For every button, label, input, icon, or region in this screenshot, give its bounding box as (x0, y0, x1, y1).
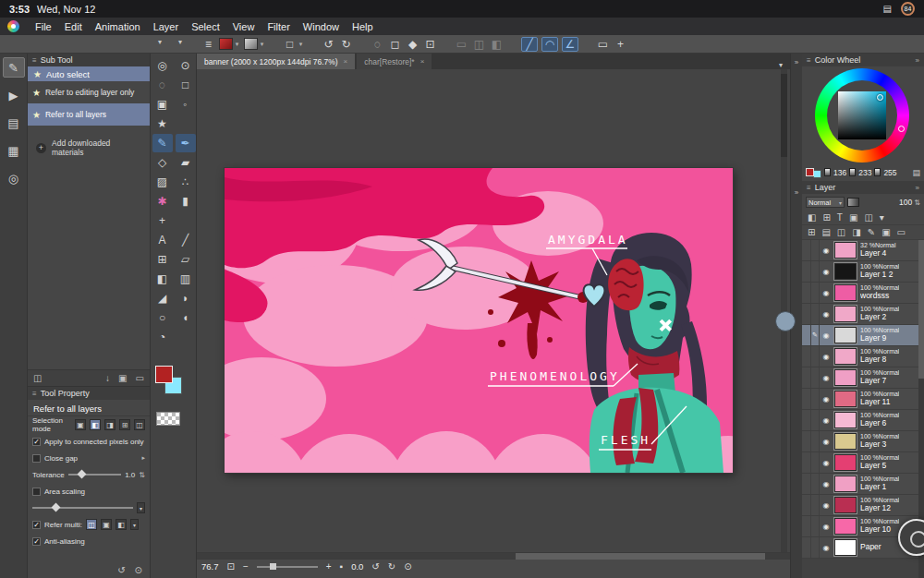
zoom-value[interactable]: 76.7 (201, 561, 219, 572)
green-slider-icon[interactable] (849, 168, 856, 176)
subtract-selection-icon[interactable]: ◨ (104, 419, 116, 430)
panel-menu-icon[interactable]: ≡ (32, 390, 37, 398)
sv-cursor[interactable] (877, 94, 883, 101)
layer-thumbnail[interactable] (834, 242, 857, 259)
reset-settings-icon[interactable]: ↺ (117, 565, 125, 575)
menu-item[interactable]: Select (185, 18, 226, 35)
text-tool[interactable]: A (152, 231, 173, 249)
subtool-item[interactable]: ★ Refer to editing layer only (28, 81, 150, 103)
canvas-caret-icon[interactable]: ▾ (298, 37, 304, 52)
pen-tool[interactable]: ✎ (152, 134, 173, 152)
layer-thumbnail[interactable] (834, 306, 857, 322)
gradient-tool[interactable]: ▥ (176, 270, 196, 288)
brush-tool[interactable]: ▮ (176, 192, 196, 211)
layer-row[interactable]: 100 %Normal Layer 5 (802, 452, 924, 474)
redo-icon[interactable]: ↻ (339, 37, 353, 52)
layer-row[interactable]: 100 %Normal Layer 2 (802, 304, 924, 325)
layer-thumbnail[interactable] (834, 391, 857, 407)
menu-item[interactable]: Filter (261, 18, 296, 35)
zoom-tool[interactable]: ◎ (152, 56, 173, 75)
intersect-selection-icon[interactable]: ⊞ (119, 419, 130, 430)
rotate-canvas-tool[interactable]: ⊙ (176, 56, 196, 75)
layer-thumbnail[interactable] (834, 518, 857, 535)
workspace-menu-icon[interactable]: ≡ (201, 37, 215, 52)
rotation-value[interactable]: 0.0 (351, 561, 363, 572)
rect-select-icon[interactable]: ▭ (596, 37, 610, 52)
fit-screen-icon[interactable]: ⊡ (227, 561, 235, 572)
merge-icon[interactable]: ▣ (881, 227, 890, 237)
text-attr-icon[interactable]: T (837, 212, 843, 223)
new-selection-icon[interactable]: ▣ (75, 419, 86, 430)
line-tool[interactable]: ╱ (176, 231, 196, 249)
canvas-viewport[interactable]: AMYGDALA PHENOMENOLOGY FLESH (197, 69, 790, 552)
paper-texture-icon[interactable]: ◫ (837, 227, 845, 237)
edit-layer-icon[interactable]: ✎ (868, 227, 875, 237)
toolbar-icon[interactable] (357, 37, 367, 52)
tool-preset-chip[interactable] (244, 38, 258, 50)
scrollbar-thumb[interactable] (781, 74, 787, 157)
collapse-chevron-icon[interactable]: » (916, 56, 919, 65)
close-tab-icon[interactable]: × (344, 57, 348, 66)
reset-rotation-icon[interactable]: ⊙ (404, 561, 411, 572)
selection-border-icon[interactable]: ◻ (388, 37, 402, 52)
layer-row[interactable]: 100 %Normal Layer 12 (802, 495, 924, 516)
balloon-tool[interactable]: ◗ (176, 289, 196, 307)
chip-caret-icon[interactable]: ▾ (234, 37, 240, 52)
layer-visibility-icon[interactable] (820, 353, 833, 361)
snap-icon[interactable]: ◆ (406, 37, 419, 52)
figure-tool[interactable]: ▤ (3, 113, 25, 133)
subtool-group-header[interactable]: ★ Auto select (28, 66, 150, 81)
liquify-tool[interactable]: ◦ (176, 95, 196, 114)
layer-opacity-value[interactable]: 100 (899, 198, 912, 207)
layer-visibility-icon[interactable] (820, 459, 833, 467)
main-color-mini-swatch[interactable] (806, 168, 814, 176)
menu-item[interactable]: Help (346, 18, 380, 35)
layer-thumbnail[interactable] (834, 348, 857, 365)
spray-tool[interactable]: ∴ (176, 173, 196, 191)
speech-tool[interactable]: ◔ (152, 328, 173, 346)
more-caret-icon[interactable]: ▾ (880, 212, 884, 223)
collapse-chevron-icon[interactable]: » (795, 58, 798, 66)
add-selection-icon[interactable]: ◧ (90, 419, 101, 430)
color-wheel-header[interactable]: ≡ Color Wheel » (802, 54, 924, 66)
straight-line-icon[interactable]: ╱ (521, 37, 538, 52)
layer-thumbnail[interactable] (834, 433, 857, 450)
auto-select-tool[interactable]: ★ (152, 114, 173, 133)
register-settings-icon[interactable]: ⊙ (135, 565, 142, 575)
add-downloaded-materials[interactable]: + Add downloaded materials (28, 138, 150, 157)
sub-color-mini-swatch[interactable] (813, 170, 821, 178)
eraser-tool[interactable]: ◇ (152, 153, 173, 172)
battery-icon[interactable]: 84 (901, 2, 915, 16)
layer-thumbnail[interactable] (834, 497, 857, 513)
layer-visibility-icon[interactable] (820, 523, 833, 531)
selection-launcher-icon[interactable]: ▭ (455, 37, 468, 52)
panel-menu-icon[interactable]: ≡ (32, 56, 37, 65)
tab-banner[interactable]: banner (2000 x 1200px 144dpi 76.7%) × (197, 54, 355, 69)
ellipse-tool[interactable]: ○ (152, 308, 173, 327)
control-center-icon[interactable]: ▤ (883, 4, 892, 14)
refer-reference-icon[interactable]: ▣ (101, 519, 112, 530)
layer-visibility-icon[interactable] (820, 416, 833, 425)
hue-cursor[interactable] (898, 126, 905, 132)
menu-item[interactable]: Layer (147, 18, 186, 35)
checkbox-checked[interactable] (32, 521, 41, 529)
actual-size-icon[interactable]: ▪ (340, 561, 344, 572)
slider-mode-icon[interactable]: ▤ (912, 168, 920, 177)
artwork-document[interactable]: AMYGDALA PHENOMENOLOGY FLESH (225, 168, 733, 473)
layer-thumbnail[interactable] (834, 476, 857, 492)
layer-thumbnail[interactable] (834, 369, 857, 386)
layer-thumbnail[interactable] (834, 454, 857, 471)
toolbar-icon[interactable] (269, 37, 279, 52)
rotate-left-icon[interactable]: ↺ (371, 561, 379, 572)
import-subtool-icon[interactable]: ↓ (105, 373, 110, 383)
blend-tool[interactable]: ▰ (176, 153, 196, 172)
magnifier-tool[interactable]: ◎ (3, 168, 25, 188)
lock-alpha-icon[interactable]: ◫ (864, 212, 872, 223)
layer-visibility-icon[interactable] (820, 268, 833, 276)
curve-icon[interactable]: ◠ (541, 37, 558, 52)
expand-icon[interactable]: ▸ (141, 454, 145, 462)
checkbox-unchecked[interactable] (32, 488, 41, 496)
layer-panel-header[interactable]: ≡ Layer » (802, 181, 924, 194)
layer-thumbnail[interactable] (834, 327, 857, 343)
saturation-value-square[interactable] (838, 91, 886, 139)
